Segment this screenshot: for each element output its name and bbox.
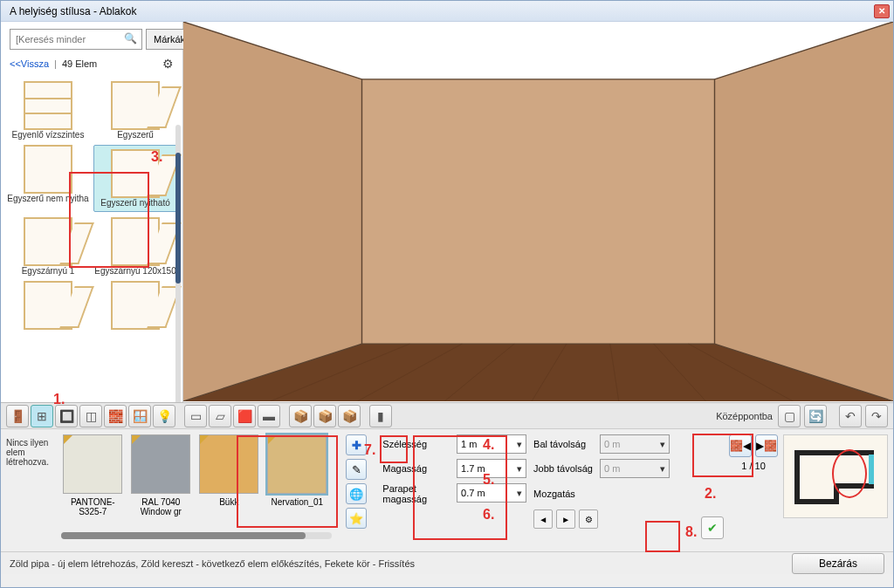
next-wall-button[interactable]: ▶🧱 [755,434,778,457]
tab-curtains[interactable]: 🪟 [128,405,151,427]
edit-button[interactable]: ✎ [346,459,367,480]
tab-molding[interactable]: 🟥 [233,405,256,427]
left-distance-input[interactable]: 0 m▾ [600,434,670,454]
material-item[interactable]: RAL 7040 Window gr [129,434,192,527]
window-title: A helyiség stílusa - Ablakok [4,5,136,17]
move-left-button[interactable]: ◄ [533,509,553,529]
add-button[interactable]: ✚ [346,434,367,455]
catalog-item[interactable]: Egyszerű [93,81,177,140]
refresh-button[interactable]: 🔄 [804,405,827,427]
catalog-panel: 🔍 Márkák <<Vissza | 49 Elem ⚙ Egyenlő ví… [1,22,183,402]
material-item-selected[interactable]: Nervation_01 [265,434,328,527]
tab-skirting[interactable]: ▬ [258,405,280,427]
right-distance-label: Jobb távolság [533,463,593,474]
catalog-item[interactable]: Egyenlő vízszintes [6,81,90,140]
favorite-button[interactable]: ⭐ [346,508,367,529]
move-settings-button[interactable]: ⚙ [579,509,598,529]
back-link[interactable]: <<Vissza [10,58,49,69]
tab-ceiling[interactable]: ▱ [209,405,231,427]
window-close-button[interactable]: ✕ [874,4,890,18]
titlebar: A helyiség stílusa - Ablakok ✕ [1,1,893,22]
room-3d-viewport[interactable] [183,22,893,402]
height-label: Magasság [382,463,450,474]
prev-wall-button[interactable]: 🧱◀ [729,434,752,457]
catalog-item-label: Egyszerű [117,130,154,140]
width-label: Szélesség [382,439,450,449]
material-item[interactable]: PANTONE-S325-7 [61,434,124,527]
redo-button[interactable]: ↷ [865,405,888,427]
center-view-button[interactable]: ▢ [778,405,801,427]
apply-button[interactable]: ✔ [701,516,724,539]
tab-profile[interactable]: 🔲 [55,405,78,427]
catalog-item-label: Egyszárnyú 1 [22,266,75,276]
center-label: Középpontba [716,411,776,421]
catalog-item-label: Egyenlő vízszintes [12,130,85,140]
tab-floor[interactable]: ▭ [184,405,207,427]
gear-icon[interactable]: ⚙ [162,57,174,71]
catalog-item[interactable]: Egyszerű nem nyitha [6,145,90,212]
search-icon: 🔍 [124,32,137,44]
tab-windows[interactable]: ⊞ [31,405,53,427]
tab-switches[interactable]: ◫ [79,405,102,427]
left-distance-label: Bal távolság [533,439,593,449]
web-button[interactable]: 🌐 [346,483,367,504]
width-input[interactable]: 1 m▾ [457,434,526,454]
catalog-item-label: Egyszárnyú 120x150 [94,266,175,276]
floorplan-preview[interactable] [783,434,888,518]
svg-marker-2 [714,22,892,401]
parapet-label: Parapet magasság [382,483,450,504]
parameters-panel: Szélesség 1 m▾ Bal távolság 0 m▾ Magassá… [382,434,670,546]
tab-wall-decor[interactable]: 🧱 [104,405,127,427]
search-input[interactable] [10,29,142,50]
tab-room1[interactable]: 📦 [289,405,312,427]
material-item[interactable]: Bükk [197,434,260,527]
catalog-scrollbar-thumb[interactable] [175,153,181,284]
catalog-item[interactable]: Egyszárnyú 1 [6,217,90,276]
item-count: 49 Elem [62,58,97,69]
wall-counter: 1 / 10 [741,461,766,471]
svg-marker-1 [183,22,361,401]
tab-misc[interactable]: ▮ [369,405,392,427]
close-button[interactable]: Bezárás [792,553,884,574]
catalog-item[interactable] [93,281,177,330]
catalog-item[interactable] [6,281,90,330]
catalog-item[interactable]: Egyszárnyú 120x150 [93,217,177,276]
svg-marker-3 [361,79,714,344]
tab-doors[interactable]: 🚪 [6,405,29,427]
catalog-item-label: Egyszerű nyitható [100,198,170,208]
height-input[interactable]: 1.7 m▾ [457,459,526,478]
catalog-item-label: Egyszerű nem nyitha [7,194,88,203]
catalog-item-selected[interactable]: Egyszerű nyitható [93,145,177,212]
move-label: Mozgatás [533,489,593,499]
category-tabs: 🚪 ⊞ 🔲 ◫ 🧱 🪟 💡 ▭ ▱ 🟥 ▬ 📦 📦 📦 ▮ Középpontb… [1,403,893,429]
parapet-input[interactable]: 0.7 m▾ [457,483,526,503]
move-right-button[interactable]: ► [556,509,575,529]
undo-button[interactable]: ↶ [839,405,862,427]
materials-scrollbar[interactable] [61,532,332,539]
tab-room3[interactable]: 📦 [338,405,361,427]
status-hint: Zöld pipa - új elem létrehozás, Zöld ker… [10,558,415,569]
materials-list: PANTONE-S325-7 RAL 7040 Window gr Bükk [61,434,332,527]
tab-room2[interactable]: 📦 [313,405,336,427]
tab-lighting[interactable]: 💡 [153,405,175,427]
no-element-text: Nincs ilyen elem létrehozva. [6,434,56,546]
right-distance-input[interactable]: 0 m▾ [600,459,670,478]
